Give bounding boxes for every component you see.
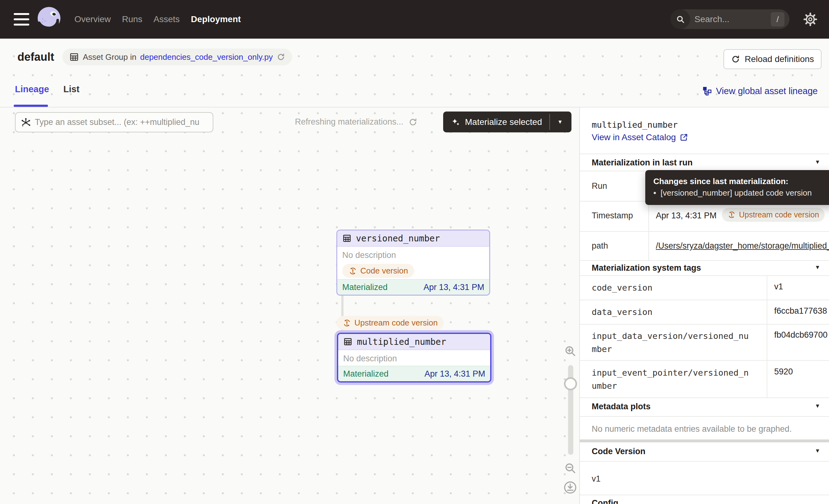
active-tab-underline [14,105,48,107]
divider [580,260,829,261]
zoom-in-button[interactable] [564,345,577,358]
nav-item-deployment[interactable]: Deployment [191,14,241,24]
divider [580,153,829,154]
table-icon [342,233,352,243]
tag-key: data_version [592,305,751,319]
chevron-down-icon[interactable]: ▼ [815,264,820,271]
dagster-logo-icon[interactable] [35,4,65,34]
section-header-metadata-plots[interactable]: Metadata plots [592,402,651,411]
settings-gear-icon[interactable] [803,12,818,27]
tag-key: input_data_version/versioned_number [592,330,751,356]
section-header-code-version[interactable]: Code Version [592,447,646,456]
table-icon [343,337,353,347]
tabs: Lineage List [15,84,79,95]
divider [580,275,829,276]
divider [580,300,829,300]
view-in-asset-catalog-label: View in Asset Catalog [592,132,676,142]
tag-key: code_version [592,281,751,294]
panel-asset-title: multiplied_number [592,119,678,131]
hamburger-menu-icon[interactable] [14,13,29,26]
asset-node-header: versioned_number [337,230,489,247]
asset-node-header: multiplied_number [338,334,490,350]
divider [580,495,829,495]
asset-subset-input[interactable] [35,117,203,127]
asset-description: No description [337,247,489,260]
view-in-asset-catalog-link[interactable]: View in Asset Catalog [592,132,688,142]
divider [580,324,829,325]
asset-name: versioned_number [356,233,440,244]
view-global-asset-lineage-link[interactable]: View global asset lineage [702,86,818,96]
nav-item-assets[interactable]: Assets [153,14,180,24]
asset-node-versioned-number[interactable]: versioned_number No description Code ver… [336,229,490,296]
search-input[interactable] [694,14,760,24]
materialize-dropdown-button[interactable]: ▼ [550,111,570,132]
materialized-timestamp: Apr 13, 4:31 PM [424,283,484,292]
tab-list[interactable]: List [64,84,80,95]
materialize-selected-label: Materialize selected [465,117,542,127]
reload-definitions-button[interactable]: Reload definitions [723,49,822,69]
sync-alert-icon [727,211,736,219]
reload-definitions-label: Reload definitions [745,54,814,64]
row-label-path: path [592,240,608,252]
zoom-out-button[interactable] [564,462,577,475]
tooltip-title: Changes since last materialization: [653,176,827,187]
row-label-run: Run [592,180,607,192]
divider [580,397,829,398]
nav-item-runs[interactable]: Runs [122,14,142,24]
zoom-slider-thumb[interactable] [564,377,577,390]
tab-lineage[interactable]: Lineage [15,84,49,95]
upstream-code-version-label: Upstream code version [739,210,819,219]
asset-description: No description [338,350,490,363]
dagster-app: Overview Runs Assets Deployment / [0,0,829,504]
tooltip-item-text: [versioned_number] updated code version [660,187,812,199]
nav-links: Overview Runs Assets Deployment [74,0,241,39]
tag-value: v1 [774,282,829,292]
chevron-down-icon[interactable]: ▼ [815,447,820,454]
divider [580,231,829,232]
tag-key: input_event_pointer/versioned_number [592,366,751,393]
materialize-selected-split-button: Materialize selected ▼ [443,111,572,132]
bullet: • [653,187,656,199]
path-link[interactable]: /Users/sryza/dagster_home/storage/multip… [656,240,829,252]
code-version-badge: Code version [342,264,414,278]
breadcrumb-file-link[interactable]: dependencies_code_version_only.py [140,52,273,62]
page-title: default [17,50,54,64]
chevron-down-icon[interactable]: ▼ [815,403,820,409]
section-header-config[interactable]: Config [592,498,618,504]
nav-item-overview[interactable]: Overview [74,14,111,24]
tooltip-item: • [versioned_number] updated code versio… [653,187,827,199]
metadata-plots-empty-message: No numeric metadata entries available to… [592,423,792,435]
asset-node-footer: Materialized Apr 13, 4:31 PM [337,279,489,295]
divider [580,461,829,462]
materialized-status: Materialized [343,369,389,379]
asset-name: multiplied_number [357,337,446,347]
tag-value: f6ccba177638 [774,306,829,316]
sparkle-icon [450,117,461,127]
asset-detail-panel: multiplied_number View in Asset Catalog … [579,107,829,504]
asset-group-grid-icon [69,52,79,62]
view-global-asset-lineage-label: View global asset lineage [716,86,818,96]
download-image-button[interactable] [563,480,577,495]
asset-group-breadcrumb: Asset Group in dependencies_code_version… [62,48,292,65]
code-version-badge-label: Code version [360,266,408,276]
tag-value: 5920 [774,367,829,376]
global-search[interactable]: / [671,9,789,29]
materialized-timestamp: Apr 13, 4:31 PM [425,369,485,379]
sync-alert-icon [349,267,357,275]
upstream-code-version-label: Upstream code version [354,318,437,328]
breadcrumb-refresh-icon[interactable] [277,52,285,61]
upstream-code-version-badge: Upstream code version [336,316,444,330]
column-divider [767,275,767,397]
section-header-system-tags[interactable]: Materialization system tags [592,263,701,273]
external-link-icon [680,133,688,142]
chevron-down-icon[interactable]: ▼ [815,159,820,166]
asset-subset-filter[interactable] [15,112,213,132]
divider [580,360,829,361]
timestamp-value: Apr 13, 4:31 PM [656,209,717,222]
section-scrollbar[interactable] [580,440,829,442]
asset-node-multiplied-number-selected[interactable]: multiplied_number No description Materia… [337,333,492,383]
search-shortcut-key: / [771,12,785,27]
materialize-selected-button[interactable]: Materialize selected [443,111,549,132]
materialized-status: Materialized [342,283,388,292]
section-header-last-run[interactable]: Materialization in last run [592,158,693,168]
